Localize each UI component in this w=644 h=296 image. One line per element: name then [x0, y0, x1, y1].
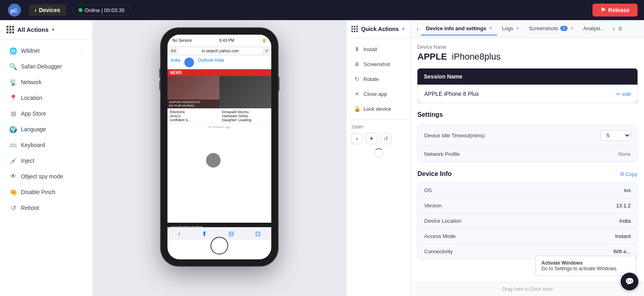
- tab-device-info[interactable]: Device info and settings ✕: [421, 22, 497, 35]
- device-info-header: Device Info ⧉ Copy: [417, 170, 638, 178]
- tab-back-button[interactable]: ‹: [414, 24, 421, 34]
- phone-browser-bar: AA in.search.yahoo.com ↺: [167, 46, 271, 56]
- qa-item-screenshot[interactable]: 🖥 Screenshot: [349, 57, 408, 71]
- settings-section-title: Settings: [417, 111, 638, 118]
- network-value: None: [618, 151, 631, 157]
- sidebar-item-wildnet[interactable]: 🌐 Wildnet ›: [3, 43, 89, 58]
- hamburger-button[interactable]: ≡: [618, 25, 623, 33]
- info-row-os: OS ios: [418, 183, 637, 198]
- sidebar-item-inject[interactable]: 💉 Inject: [3, 153, 89, 168]
- phone-screen[interactable]: No Service 6:43 PM 🔋 AA in.search.yahoo.…: [167, 35, 271, 259]
- outlook-tab: Outlook India: [198, 58, 224, 67]
- info-row-device-location: Device Location India: [418, 213, 637, 229]
- qa-icon-install: ⬇: [354, 46, 360, 52]
- copy-button[interactable]: ⧉ Copy: [620, 171, 638, 177]
- screenshots-badge: 0: [560, 26, 568, 31]
- qa-icon-rotate: ↻: [354, 76, 360, 82]
- sidebar-item-location[interactable]: 📍 Location: [3, 90, 89, 106]
- sidebar-icon-language: 🌍: [10, 126, 17, 133]
- sidebar-label-reboot: Reboot: [21, 205, 39, 211]
- session-box: Session Name APPLE iPhone 8 Plus ✏ edit: [417, 68, 638, 103]
- qa-label-close-app: Close app: [363, 91, 387, 97]
- sidebar-item-reboot[interactable]: ↺ Reboot: [3, 200, 89, 215]
- sidebar-item-app-store[interactable]: ⊞ App Store: [3, 106, 89, 121]
- qa-item-close-app[interactable]: ✕ Close app: [349, 87, 408, 101]
- news-overlay-1: NGPUR RESIDENTS ED FOR MURMU: [167, 99, 219, 108]
- sidebar: All Actions ▾ 🌐 Wildnet › 🔍 Safari Debug…: [0, 20, 93, 296]
- edit-label: edit: [622, 91, 631, 97]
- phone-status-bar: No Service 6:43 PM 🔋: [167, 35, 271, 46]
- qa-grid-icon: [351, 26, 358, 32]
- tab-screenshots-label: Screenshots: [529, 25, 558, 31]
- news-banner: NEWS: [167, 69, 271, 76]
- devices-button[interactable]: ‹ Devices: [29, 4, 66, 16]
- tab-logs-label: Logs: [502, 25, 513, 31]
- sidebar-icon-location: 📍: [10, 94, 17, 101]
- zoom-plus-button[interactable]: +: [366, 133, 377, 144]
- tab-logs[interactable]: Logs ✕: [497, 22, 524, 35]
- tab-analysis[interactable]: Analysi...: [578, 22, 609, 35]
- session-body: APPLE iPhone 8 Plus ✏ edit: [417, 85, 638, 103]
- copy-label: Copy: [625, 171, 638, 177]
- refresh-icon: ↺: [265, 49, 268, 53]
- sidebar-label-keyboard: Keyboard: [21, 142, 45, 148]
- sidebar-label-inject: Inject: [21, 157, 34, 164]
- qa-label-lock-device: Lock device: [363, 106, 391, 112]
- sidebar-icon-network: 📡: [10, 79, 17, 86]
- qa-item-rotate[interactable]: ↻ Rotate: [349, 72, 408, 86]
- windows-activation-overlay: Activate Windows Go to Settings to activ…: [535, 256, 636, 276]
- zoom-section: zoom - + ↺: [347, 120, 411, 166]
- edit-icon: ✏: [616, 91, 621, 97]
- tab-device-info-close[interactable]: ✕: [489, 26, 492, 31]
- tab-logs-close[interactable]: ✕: [516, 26, 519, 31]
- news-grid: NGPUR RESIDENTS ED FOR MURMU: [167, 76, 271, 108]
- tab-screenshots[interactable]: Screenshots 0 ✕: [524, 22, 578, 35]
- chevron-right-icon: ›: [81, 48, 83, 53]
- grid-icon: [6, 26, 14, 33]
- qa-label-screenshot: Screenshot: [363, 61, 390, 67]
- tabs-more-button[interactable]: ›: [613, 25, 615, 33]
- volume-down-button: [159, 81, 161, 90]
- phone-battery-icon: 🔋: [262, 38, 266, 43]
- qa-label-rotate: Rotate: [363, 76, 379, 82]
- phone-container: No Service 6:43 PM 🔋 AA in.search.yahoo.…: [161, 28, 278, 266]
- main-layout: All Actions ▾ 🌐 Wildnet › 🔍 Safari Debug…: [0, 20, 644, 296]
- all-actions-label: All Actions: [17, 26, 49, 33]
- sidebar-label-object-spy: Object spy mode: [21, 173, 63, 180]
- phone-tabs: India Outlook India: [167, 56, 271, 69]
- quick-actions-panel: Quick Actions ▾ ⬇ Install 🖥 Screenshot ↻…: [346, 20, 411, 296]
- panel-footer: Drag here to Dock tools: [411, 282, 644, 296]
- sidebar-item-language[interactable]: 🌍 Language: [3, 122, 89, 137]
- home-button[interactable]: [211, 237, 228, 255]
- tab-screenshots-close[interactable]: ✕: [570, 26, 574, 31]
- sidebar-item-safari-debugger[interactable]: 🔍 Safari Debugger: [3, 59, 89, 74]
- zoom-refresh-button[interactable]: ↺: [380, 133, 392, 144]
- power-button: [278, 77, 279, 91]
- tab-device-info-label: Device info and settings: [426, 25, 486, 31]
- right-panel: ‹ Device info and settings ✕ Logs ✕ Scre…: [411, 20, 644, 296]
- qa-item-install[interactable]: ⬇ Install: [349, 42, 408, 56]
- chat-button[interactable]: 💬: [621, 273, 638, 290]
- device-info-title: Device Info: [417, 170, 452, 178]
- devices-label: Devices: [39, 7, 60, 13]
- release-button[interactable]: ⚑ Release: [592, 4, 638, 17]
- zoom-minus-button[interactable]: -: [351, 133, 363, 144]
- news-text-1: Elections: urmu's confident G...: [167, 108, 219, 124]
- timeout-select[interactable]: 5 10 15 30: [601, 130, 631, 141]
- sidebar-item-disable-pinch[interactable]: 🤏 Disable Pinch: [3, 184, 89, 200]
- edit-button[interactable]: ✏ edit: [616, 91, 631, 97]
- all-actions-button[interactable]: All Actions ▾: [6, 26, 86, 33]
- sidebar-item-keyboard[interactable]: ⌨️ Keyboard: [3, 137, 89, 153]
- aa-label: AA: [171, 49, 176, 53]
- tabs-bar: ‹ Device info and settings ✕ Logs ✕ Scre…: [411, 20, 644, 38]
- sidebar-icon-keyboard: ⌨️: [10, 141, 17, 149]
- qa-item-lock-device[interactable]: 🔒 Lock device: [349, 101, 408, 116]
- chevron-left-icon: ‹: [35, 7, 37, 13]
- info-row-access-mode: Access Mode Instant: [418, 229, 637, 244]
- sidebar-item-object-spy[interactable]: 👁 Object spy mode: [3, 169, 89, 184]
- sidebar-item-network[interactable]: 📡 Network: [3, 75, 89, 90]
- settings-row-timeout: Device Idle Timeout(mins) 5 10 15 30: [418, 125, 637, 146]
- qa-icon-close-app: ✕: [354, 91, 360, 97]
- info-row-version: Version 13.1.2: [418, 198, 637, 213]
- news-text-2: Droupadi Murmu Yashwant Sinha: Daughter'…: [219, 108, 271, 124]
